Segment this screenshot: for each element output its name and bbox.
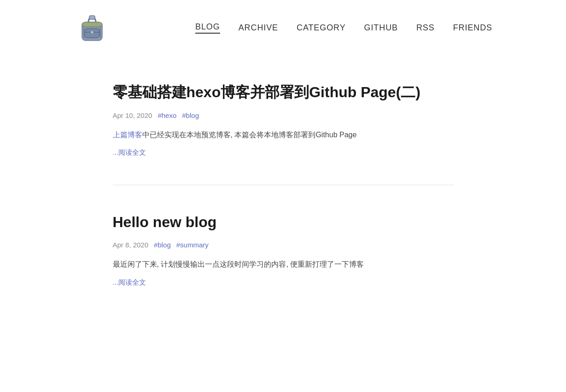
post-title: Hello new blog: [113, 213, 454, 232]
post-tag-hexo[interactable]: #hexo: [158, 111, 176, 119]
nav-category[interactable]: CATEGORY: [297, 23, 346, 33]
post-meta: Apr 10, 2020 #hexo #blog: [113, 111, 454, 119]
post-title-link[interactable]: Hello new blog: [113, 214, 217, 230]
svg-point-4: [91, 31, 93, 34]
nav-rss[interactable]: RSS: [416, 23, 435, 33]
logo-icon: [74, 9, 111, 46]
svg-rect-1: [89, 16, 95, 19]
post-excerpt-text: 中已经实现在本地预览博客, 本篇会将本地博客部署到Github Page: [142, 131, 357, 139]
nav-blog[interactable]: BLOG: [195, 22, 220, 34]
post-title-link[interactable]: 零基础搭建hexo博客并部署到Github Page(二): [113, 84, 420, 100]
post-item: Hello new blog Apr 8, 2020 #blog #summar…: [113, 213, 454, 315]
post-date: Apr 10, 2020: [113, 111, 152, 119]
read-more-link[interactable]: ...阅读全文: [113, 278, 146, 286]
post-date: Apr 8, 2020: [113, 241, 149, 249]
site-logo[interactable]: [74, 9, 111, 46]
post-tag-blog[interactable]: #blog: [182, 111, 199, 119]
nav-github[interactable]: GITHUB: [364, 23, 398, 33]
post-tag-summary[interactable]: #summary: [176, 241, 209, 249]
post-excerpt-link[interactable]: 上篇博客: [113, 131, 142, 139]
svg-rect-5: [82, 22, 102, 27]
post-meta: Apr 8, 2020 #blog #summary: [113, 241, 454, 249]
main-content: 零基础搭建hexo博客并部署到Github Page(二) Apr 10, 20…: [76, 83, 490, 315]
read-more-link[interactable]: ...阅读全文: [113, 148, 146, 156]
post-item: 零基础搭建hexo博客并部署到Github Page(二) Apr 10, 20…: [113, 83, 454, 185]
post-title: 零基础搭建hexo博客并部署到Github Page(二): [113, 83, 454, 102]
post-excerpt: 最近闲了下来, 计划慢慢输出一点这段时间学习的内容, 便重新打理了一下博客: [113, 258, 454, 270]
post-excerpt: 上篇博客中已经实现在本地预览博客, 本篇会将本地博客部署到Github Page: [113, 129, 454, 141]
post-excerpt-text: 最近闲了下来, 计划慢慢输出一点这段时间学习的内容, 便重新打理了一下博客: [113, 260, 364, 268]
nav-archive[interactable]: ARCHIVE: [239, 23, 278, 33]
post-tag-blog[interactable]: #blog: [154, 241, 171, 249]
nav-friends[interactable]: FRIENDS: [453, 23, 492, 33]
main-nav: BLOG ARCHIVE CATEGORY GITHUB RSS FRIENDS: [195, 22, 492, 34]
